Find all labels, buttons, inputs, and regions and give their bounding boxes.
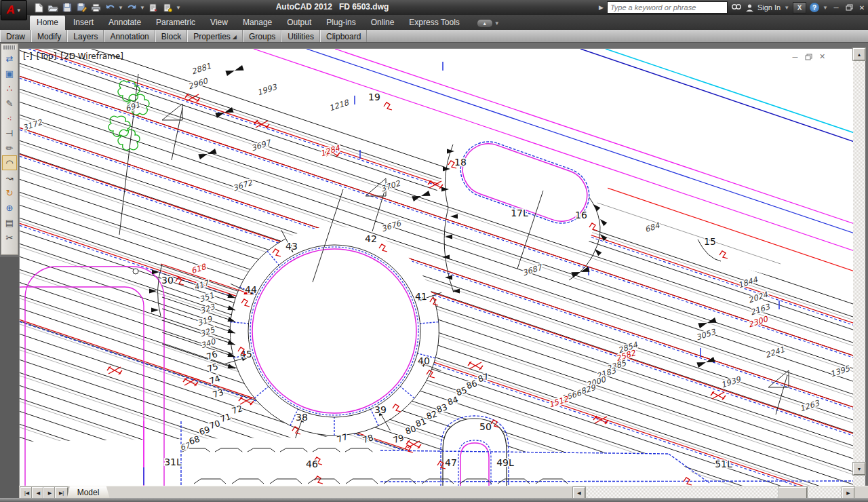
panel-clipboard[interactable]: Clipboard xyxy=(320,30,367,42)
vp-close-icon[interactable]: ✕ xyxy=(818,52,827,61)
dimension-arc-icon[interactable]: ◠ xyxy=(2,155,17,170)
cad-label-73: 73 xyxy=(212,387,225,400)
scroll-down-icon[interactable]: ▼ xyxy=(853,463,865,475)
scroll-up-icon[interactable]: ▲ xyxy=(853,48,865,60)
panel-flyout-icon[interactable]: ◢ xyxy=(233,34,237,40)
vp-minimize-icon[interactable]: ─ xyxy=(791,52,800,61)
cad-label-42: 42 xyxy=(365,233,377,244)
node-edit-icon[interactable]: ⁖ xyxy=(2,111,17,125)
scrollbar-corner xyxy=(854,487,868,499)
save-as-icon[interactable] xyxy=(75,2,87,14)
dimension-edit-icon[interactable]: ✏ xyxy=(2,140,17,155)
undo-icon[interactable] xyxy=(104,2,116,14)
sign-in-caret-icon[interactable]: ▼ xyxy=(784,5,789,11)
vertical-scrollbar[interactable]: ▲ ▼ xyxy=(853,48,865,487)
cad-label-80: 80 xyxy=(404,423,418,436)
tab-home[interactable]: Home xyxy=(30,16,65,30)
cad-label-39: 39 xyxy=(374,404,387,415)
spline-grip-icon[interactable]: ↝ xyxy=(2,170,17,185)
search-icon[interactable] xyxy=(731,3,742,12)
toolbar-grip[interactable] xyxy=(3,45,16,50)
panel-draw[interactable]: Draw xyxy=(0,30,31,42)
viewport-controls-menu[interactable]: [-] xyxy=(23,52,33,61)
search-expand-icon[interactable]: ▶ xyxy=(599,4,604,11)
cad-label-68: 68 xyxy=(188,433,201,446)
restore-button[interactable] xyxy=(844,3,854,12)
sign-in-button[interactable]: Sign In xyxy=(757,3,781,12)
save-icon[interactable] xyxy=(61,2,73,14)
cad-label-3687: 3687 xyxy=(521,262,545,277)
tab-manage[interactable]: Manage xyxy=(236,16,279,30)
block-editor-icon[interactable]: ▣ xyxy=(2,66,17,81)
cad-label-79: 79 xyxy=(392,432,406,445)
cad-canvas[interactable]: 191817L1615424344453041403938504749L4631… xyxy=(20,49,854,486)
panel-layers[interactable]: Layers xyxy=(67,30,104,42)
edit-swap-icon[interactable]: ⇄ xyxy=(2,51,17,66)
cad-label-71: 71 xyxy=(219,411,233,424)
polyline-vertices-icon[interactable]: ∴ xyxy=(2,81,17,96)
status-bar-edge xyxy=(0,498,868,502)
undo-caret-icon[interactable]: ▼ xyxy=(118,5,123,11)
tab-parametric[interactable]: Parametric xyxy=(149,16,202,30)
sketch-edit-icon[interactable]: ✎ xyxy=(2,96,17,111)
user-icon xyxy=(745,3,754,12)
infocenter: ▶ Sign In ▼ X ? ▼ ─ ✕ xyxy=(599,0,867,15)
open-file-icon[interactable] xyxy=(47,2,59,14)
plot-icon[interactable] xyxy=(90,2,102,14)
cad-label-16: 16 xyxy=(575,210,587,220)
redo-icon[interactable] xyxy=(125,2,138,14)
tab-online[interactable]: Online xyxy=(364,16,401,30)
cad-label-44: 44 xyxy=(245,284,257,295)
redo-caret-icon[interactable]: ▼ xyxy=(140,5,145,11)
panel-modify[interactable]: Modify xyxy=(31,30,67,42)
exchange-apps-icon[interactable]: X xyxy=(793,2,806,14)
new-file-icon[interactable] xyxy=(33,2,45,14)
dimension-update-icon[interactable]: ⊣ xyxy=(2,125,17,140)
help-caret-icon[interactable]: ▼ xyxy=(823,5,828,11)
regen-icon[interactable]: ↻ xyxy=(2,185,17,200)
layout-tab-bar: |◀ ◀ ▶ ▶| Model ◀ ▶ xyxy=(19,486,868,499)
tab-insert[interactable]: Insert xyxy=(66,16,100,30)
viewport-visual-style-menu[interactable]: [2D Wireframe] xyxy=(60,52,123,61)
panel-groups[interactable]: Groups xyxy=(243,30,281,42)
tab-express-tools[interactable]: Express Tools xyxy=(402,16,466,30)
viewport-window-buttons: ─ ✕ xyxy=(791,52,827,61)
cad-label-3697: 3697 xyxy=(250,137,273,153)
cad-label-41: 41 xyxy=(415,291,427,302)
panel-properties[interactable]: Properties◢ xyxy=(187,30,243,42)
qat-customize-icon[interactable]: ▼ xyxy=(176,5,181,11)
tab-annotate[interactable]: Annotate xyxy=(102,16,148,30)
viewport-view-menu[interactable]: [Top] xyxy=(37,52,57,61)
application-menu-button[interactable]: A ▼ xyxy=(1,0,27,20)
ribbon-minimize-caret-icon[interactable]: ▼ xyxy=(494,20,500,26)
vp-restore-icon[interactable] xyxy=(804,52,813,61)
dimension-toolbar: ⇄▣∴✎⁖⊣✏◠↝↻⊕▤✂ xyxy=(1,43,18,255)
close-button[interactable]: ✕ xyxy=(857,3,867,12)
minimize-button[interactable]: ─ xyxy=(831,3,841,12)
horizontal-scrollbar[interactable]: ◀ ▶ xyxy=(573,487,854,499)
drawing-viewport[interactable]: 191817L1615424344453041403938504749L4631… xyxy=(19,48,854,487)
cad-label-2960: 2960 xyxy=(187,75,210,91)
cad-label-684: 684 xyxy=(644,220,661,234)
copy-clip-icon[interactable]: ▤ xyxy=(2,215,17,230)
search-input[interactable] xyxy=(607,1,728,14)
center-mark-icon[interactable]: ⊕ xyxy=(2,200,17,215)
chevron-down-icon: ▼ xyxy=(16,7,22,14)
cad-label-2300: 2300 xyxy=(747,313,770,329)
cad-label-3672: 3672 xyxy=(232,178,254,193)
workspace-sync-alert-icon[interactable] xyxy=(161,2,174,14)
panel-annotation[interactable]: Annotation xyxy=(104,30,155,42)
help-icon[interactable]: ? xyxy=(810,3,819,12)
tab-view[interactable]: View xyxy=(203,16,235,30)
autocad-window: { "titlebar": { "logo_letter": "A", "tit… xyxy=(0,0,868,502)
tab-plug-ins[interactable]: Plug-ins xyxy=(319,16,362,30)
ribbon-minimize-icon[interactable]: ▲ xyxy=(477,20,492,27)
tab-output[interactable]: Output xyxy=(280,16,318,30)
trim-icon[interactable]: ✂ xyxy=(2,230,17,245)
cad-label-45: 45 xyxy=(240,349,252,360)
panel-utilities[interactable]: Utilities xyxy=(281,30,320,42)
workspace-sync-icon[interactable] xyxy=(147,2,159,14)
cad-label-618: 618 xyxy=(190,262,208,276)
workspace: ⇄▣∴✎⁖⊣✏◠↝↻⊕▤✂ 191817L1615424344453041403… xyxy=(0,43,868,498)
panel-block[interactable]: Block xyxy=(155,30,187,42)
